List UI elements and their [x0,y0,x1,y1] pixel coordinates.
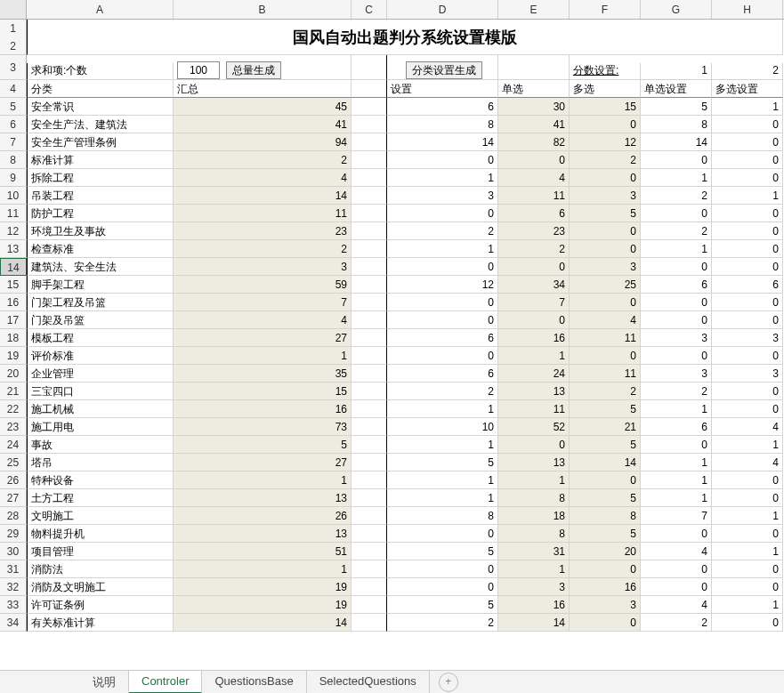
setting-cell[interactable]: 2 [387,383,498,400]
spacer-cell[interactable] [352,311,387,329]
row-header-23[interactable]: 23 [0,418,27,436]
multi-cell[interactable]: 21 [570,418,641,436]
single-set-cell[interactable]: 5 [641,98,712,116]
single-cell[interactable]: 7 [498,294,570,311]
row-header-1-2[interactable]: 12 [0,20,27,55]
single-set-cell[interactable]: 0 [641,347,712,365]
total-cell[interactable]: 59 [174,276,352,294]
multi-cell[interactable]: 0 [570,614,641,632]
total-cell[interactable]: 51 [174,543,352,560]
single-set-cell[interactable]: 0 [641,578,712,596]
setting-cell[interactable]: 0 [387,258,498,276]
multi-cell[interactable]: 0 [570,294,641,311]
single-cell[interactable]: 2 [498,240,570,258]
multi-set-cell[interactable]: 0 [712,383,783,400]
single-set-cell[interactable]: 0 [641,151,712,169]
row-header-28[interactable]: 28 [0,507,27,525]
row-header-4[interactable]: 4 [0,80,27,98]
total-cell[interactable]: 19 [174,596,352,614]
single-set-cell[interactable]: 0 [641,436,712,454]
total-cell[interactable]: 23 [174,222,352,240]
single-cell[interactable]: 31 [498,543,570,560]
count-input[interactable]: 100 [177,61,220,79]
total-cell[interactable]: 27 [174,329,352,347]
multi-cell[interactable]: 0 [570,347,641,365]
category-cell[interactable]: 安全生产法、建筑法 [27,116,174,133]
total-cell[interactable]: 41 [174,116,352,133]
total-cell[interactable]: 19 [174,578,352,596]
row-header-14[interactable]: 14 [0,258,27,276]
multi-cell[interactable]: 11 [570,329,641,347]
total-cell[interactable]: 5 [174,436,352,454]
single-cell[interactable]: 8 [498,489,570,507]
col-header-f[interactable]: F [570,0,641,19]
total-cell[interactable]: 4 [174,169,352,187]
spacer-cell[interactable] [352,489,387,507]
single-cell[interactable]: 0 [498,436,570,454]
single-cell[interactable]: 0 [498,151,570,169]
total-cell[interactable]: 4 [174,311,352,329]
single-cell[interactable]: 4 [498,169,570,187]
single-cell[interactable]: 30 [498,98,570,116]
single-set-cell[interactable]: 6 [641,418,712,436]
single-cell[interactable]: 0 [498,258,570,276]
row-header-33[interactable]: 33 [0,596,27,614]
spacer-cell[interactable] [352,222,387,240]
multi-set-cell[interactable]: 3 [712,329,783,347]
total-cell[interactable]: 35 [174,365,352,383]
multi-cell[interactable]: 8 [570,507,641,525]
total-cell[interactable]: 27 [174,454,352,471]
single-cell[interactable]: 16 [498,329,570,347]
row-header-7[interactable]: 7 [0,133,27,151]
cell-h3[interactable]: 2 [712,63,783,80]
total-cell[interactable]: 94 [174,133,352,151]
row-header-29[interactable]: 29 [0,525,27,543]
row-header-13[interactable]: 13 [0,240,27,258]
total-cell[interactable]: 14 [174,187,352,205]
select-all-corner[interactable] [0,0,27,20]
cell-c3[interactable] [352,55,387,80]
single-cell[interactable]: 13 [498,454,570,471]
row-header-12[interactable]: 12 [0,222,27,240]
multi-set-cell[interactable]: 1 [712,436,783,454]
row-header-18[interactable]: 18 [0,329,27,347]
single-cell[interactable]: 0 [498,311,570,329]
row-header-25[interactable]: 25 [0,454,27,471]
setting-cell[interactable]: 0 [387,151,498,169]
setting-cell[interactable]: 8 [387,116,498,133]
category-cell[interactable]: 门架及吊篮 [27,311,174,329]
multi-cell[interactable]: 5 [570,525,641,543]
multi-set-cell[interactable]: 1 [712,187,783,205]
total-cell[interactable]: 15 [174,383,352,400]
total-cell[interactable]: 13 [174,525,352,543]
single-set-cell[interactable]: 2 [641,614,712,632]
col-header-d[interactable]: D [387,0,498,19]
multi-set-cell[interactable]: 0 [712,169,783,187]
row-header-5[interactable]: 5 [0,98,27,116]
multi-set-cell[interactable]: 6 [712,276,783,294]
cell-c4[interactable] [352,80,387,98]
total-cell[interactable]: 1 [174,471,352,489]
setting-cell[interactable]: 0 [387,347,498,365]
row-header-16[interactable]: 16 [0,294,27,311]
spacer-cell[interactable] [352,383,387,400]
category-cell[interactable]: 检查标准 [27,240,174,258]
row-header-24[interactable]: 24 [0,436,27,454]
single-cell[interactable]: 1 [498,347,570,365]
setting-cell[interactable]: 8 [387,507,498,525]
multi-set-cell[interactable]: 0 [712,578,783,596]
row-header-34[interactable]: 34 [0,614,27,632]
category-cell[interactable]: 塔吊 [27,454,174,471]
setting-cell[interactable]: 0 [387,205,498,222]
single-set-cell[interactable]: 1 [641,489,712,507]
multi-set-cell[interactable]: 0 [712,560,783,578]
total-cell[interactable]: 14 [174,614,352,632]
multi-cell[interactable]: 25 [570,276,641,294]
category-cell[interactable]: 消防及文明施工 [27,578,174,596]
multi-cell[interactable]: 5 [570,436,641,454]
setting-cell[interactable]: 1 [387,169,498,187]
setting-cell[interactable]: 6 [387,365,498,383]
single-set-cell[interactable]: 7 [641,507,712,525]
category-cell[interactable]: 防护工程 [27,205,174,222]
single-set-cell[interactable]: 4 [641,596,712,614]
